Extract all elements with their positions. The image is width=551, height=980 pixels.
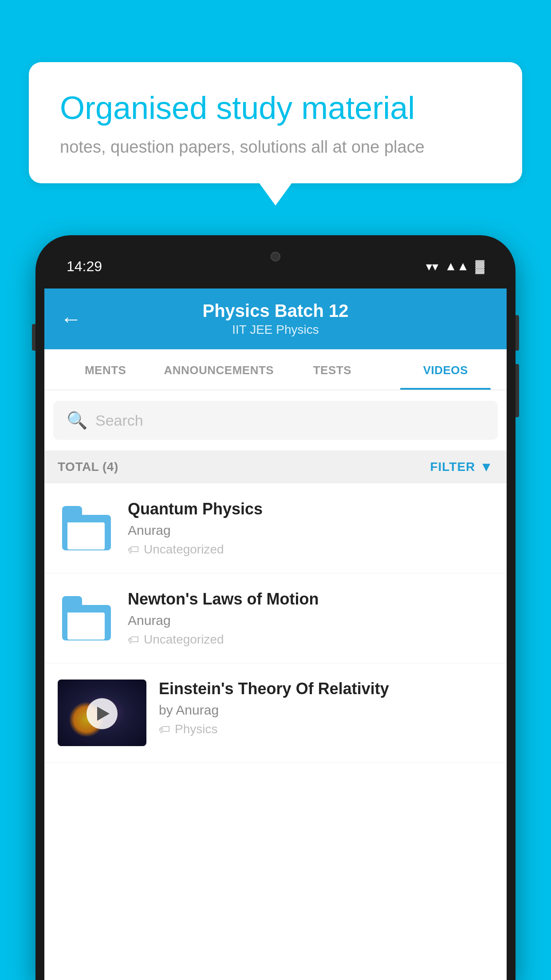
front-camera (271, 252, 280, 261)
batch-meta: IIT JEE Physics (202, 323, 348, 337)
search-bar[interactable]: 🔍 Search (53, 401, 498, 440)
tab-ments[interactable]: MENTS (49, 349, 162, 390)
filter-icon: ▼ (480, 459, 493, 474)
volume-button (32, 324, 35, 351)
batch-name: Physics Batch 12 (202, 301, 348, 321)
tab-tests[interactable]: TESTS (276, 349, 389, 390)
phone-frame: 14:29 ▾▾ ▲▲ ▓ ← Physics Batch 12 IIT JEE… (35, 235, 516, 980)
tab-announcements[interactable]: ANNOUNCEMENTS (162, 349, 276, 390)
speech-bubble-container: Organised study material notes, question… (29, 62, 522, 183)
play-button[interactable] (87, 698, 118, 729)
signal-icon: ▲▲ (445, 259, 469, 273)
video-author: Anurag (128, 613, 493, 628)
video-author: by Anurag (159, 703, 493, 718)
tag-icon: 🏷 (128, 633, 139, 647)
video-tag: 🏷 Physics (159, 722, 493, 736)
video-author: Anurag (128, 523, 493, 538)
back-button[interactable]: ← (60, 307, 82, 331)
folder-thumbnail (58, 499, 115, 557)
battery-icon: ▓ (476, 259, 484, 273)
folder-icon (62, 596, 111, 640)
folder-icon (62, 506, 111, 550)
power-button-top (516, 315, 519, 351)
video-thumbnail (58, 680, 146, 746)
status-bar: 14:29 ▾▾ ▲▲ ▓ (44, 244, 507, 288)
tab-bar: MENTS ANNOUNCEMENTS TESTS VIDEOS (44, 349, 507, 390)
app-screen: ← Physics Batch 12 IIT JEE Physics MENTS… (44, 288, 507, 980)
app-header: ← Physics Batch 12 IIT JEE Physics (44, 288, 507, 349)
video-tag: 🏷 Uncategorized (128, 542, 493, 557)
tag-icon: 🏷 (128, 543, 139, 557)
wifi-icon: ▾▾ (426, 259, 438, 274)
folder-thumbnail (58, 589, 115, 647)
video-list: Quantum Physics Anurag 🏷 Uncategorized (44, 483, 507, 763)
total-count: TOTAL (4) (58, 460, 118, 474)
search-input[interactable]: Search (95, 412, 143, 429)
list-item[interactable]: Einstein's Theory Of Relativity by Anura… (44, 664, 507, 763)
video-tag: 🏷 Uncategorized (128, 632, 493, 647)
video-title: Quantum Physics (128, 500, 493, 518)
video-info: Quantum Physics Anurag 🏷 Uncategorized (128, 500, 493, 557)
total-filter-bar: TOTAL (4) FILTER ▼ (44, 450, 507, 483)
search-icon: 🔍 (67, 411, 87, 430)
video-title: Newton's Laws of Motion (128, 590, 493, 609)
tab-videos[interactable]: VIDEOS (389, 349, 502, 390)
list-item[interactable]: Quantum Physics Anurag 🏷 Uncategorized (44, 483, 507, 573)
clock: 14:29 (67, 258, 102, 275)
video-info: Einstein's Theory Of Relativity by Anura… (159, 680, 493, 736)
tag-icon: 🏷 (159, 723, 170, 736)
power-button-bottom (516, 364, 519, 417)
list-item[interactable]: Newton's Laws of Motion Anurag 🏷 Uncateg… (44, 573, 507, 664)
video-info: Newton's Laws of Motion Anurag 🏷 Uncateg… (128, 590, 493, 647)
speech-bubble: Organised study material notes, question… (29, 62, 522, 183)
speech-bubble-heading: Organised study material (60, 89, 491, 127)
play-icon (97, 707, 110, 721)
status-icons: ▾▾ ▲▲ ▓ (426, 259, 484, 274)
filter-button[interactable]: FILTER ▼ (430, 459, 493, 474)
phone-notch (236, 244, 315, 269)
speech-bubble-subtext: notes, question papers, solutions all at… (60, 138, 491, 157)
header-title: Physics Batch 12 IIT JEE Physics (202, 301, 348, 337)
video-title: Einstein's Theory Of Relativity (159, 680, 493, 698)
